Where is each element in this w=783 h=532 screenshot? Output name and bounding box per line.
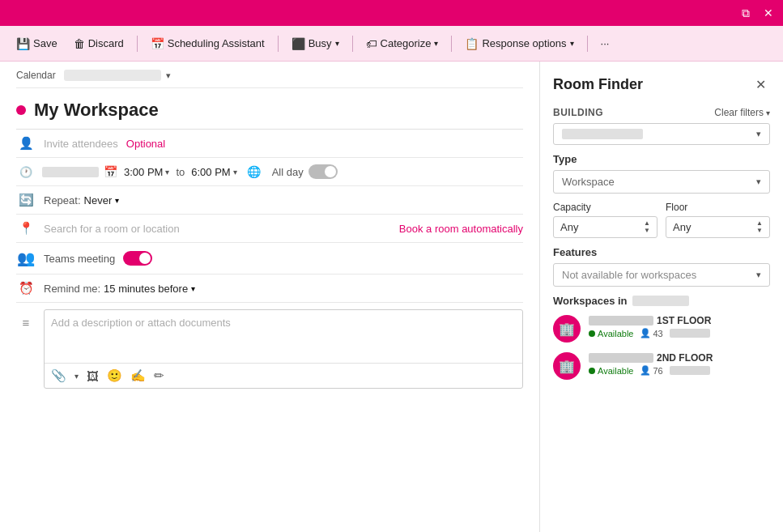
remind-select[interactable]: Remind me: 15 minutes before ▾	[44, 283, 195, 295]
workspace-item[interactable]: 🏢 1ST FLOOR Available 👤 43	[553, 315, 770, 343]
save-label: Save	[33, 37, 57, 49]
capacity-info-2: 👤 76	[640, 365, 662, 376]
capacity-person-icon-2: 👤	[640, 365, 651, 376]
close-button[interactable]: ✕	[760, 5, 777, 21]
type-dropdown-icon: ▾	[756, 177, 761, 187]
building-dropdown[interactable]: ▾	[553, 123, 770, 145]
calendar-picker-icon[interactable]: 📅	[104, 165, 117, 178]
repeat-chevron-icon: ▾	[115, 196, 119, 205]
capacity-spinner[interactable]: Any ▲ ▼	[553, 216, 657, 238]
toolbar: 💾 Save 🗑 Discard 📅 Scheduling Assistant …	[0, 26, 783, 62]
allday-toggle[interactable]	[309, 164, 338, 179]
image-icon[interactable]: 🖼	[87, 369, 99, 383]
features-value: Not available for workspaces	[562, 269, 696, 281]
floor-label: Floor	[666, 202, 770, 213]
description-toolbar: 📎 ▾ 🖼 🙂 ✍ ✏	[45, 363, 522, 388]
type-value: Workspace	[562, 176, 615, 188]
features-dropdown[interactable]: Not available for workspaces ▾	[553, 263, 770, 287]
location-icon: 📍	[16, 221, 36, 236]
clear-filters-button[interactable]: Clear filters	[714, 107, 764, 118]
room-input[interactable]: Search for a room or location	[44, 223, 391, 235]
repeat-select[interactable]: Repeat: Never ▾	[44, 194, 119, 206]
workspace-info-2: 2ND FLOOR Available 👤 76	[589, 352, 770, 376]
description-row: ≡ Add a description or attach documents …	[16, 303, 523, 395]
location-blurred-1	[670, 329, 710, 338]
calendar-label: Calendar	[16, 70, 56, 81]
busy-button[interactable]: ⬛ Busy ▾	[285, 34, 346, 53]
type-dropdown[interactable]: Workspace ▾	[553, 170, 770, 194]
floor-spinner[interactable]: Any ▲ ▼	[666, 216, 770, 238]
teams-toggle[interactable]	[123, 251, 152, 266]
allday-label: All day	[272, 166, 304, 178]
capacity-value: Any	[560, 221, 578, 233]
event-title[interactable]: My Workspace	[34, 100, 523, 121]
capacity-num-1: 43	[653, 329, 662, 338]
remind-row: ⏰ Remind me: 15 minutes before ▾	[16, 275, 523, 303]
workspace-avatar-1: 🏢	[553, 315, 581, 343]
save-button[interactable]: 💾 Save	[10, 34, 64, 53]
end-time-value: 6:00 PM	[191, 166, 230, 178]
floor-down-icon[interactable]: ▼	[756, 228, 763, 234]
description-input[interactable]: Add a description or attach documents	[45, 310, 522, 363]
capacity-up-icon[interactable]: ▲	[644, 220, 650, 227]
scheduling-assistant-button[interactable]: 📅 Scheduling Assistant	[144, 34, 271, 53]
remind-value: 15 minutes before	[104, 283, 188, 295]
description-box: Add a description or attach documents 📎 …	[44, 309, 523, 389]
type-label: Type	[553, 153, 770, 165]
features-dropdown-icon: ▾	[756, 270, 761, 280]
capacity-arrows: ▲ ▼	[644, 220, 650, 234]
more-label: ···	[601, 37, 610, 49]
workspace-item-2[interactable]: 🏢 2ND FLOOR Available 👤 76	[553, 352, 770, 380]
categorize-button[interactable]: 🏷 Categorize ▾	[360, 34, 445, 53]
end-time-select[interactable]: 6:00 PM ▾	[191, 166, 236, 178]
capacity-col: Capacity Any ▲ ▼	[553, 202, 657, 238]
start-time-select[interactable]: 3:00 PM ▾	[124, 166, 169, 178]
floor-arrows: ▲ ▼	[756, 220, 763, 234]
workspace-info-1: 1ST FLOOR Available 👤 43	[589, 315, 770, 338]
available-text-2: Available	[598, 366, 633, 376]
response-options-button[interactable]: 📋 Response options ▾	[458, 34, 580, 53]
discard-label: Discard	[88, 37, 124, 49]
workspaces-in-label: Workspaces in	[553, 295, 628, 307]
restore-button[interactable]: ⧉	[738, 5, 754, 21]
workspace-name-row-2: 2ND FLOOR	[589, 352, 770, 364]
workspace-avatar-icon-1: 🏢	[559, 321, 575, 337]
floor-value: Any	[673, 221, 691, 233]
discard-button[interactable]: 🗑 Discard	[67, 34, 130, 53]
description-icon: ≡	[16, 316, 36, 330]
room-finder-title: Room Finder	[553, 76, 643, 93]
workspace-meta-1: Available 👤 43	[589, 328, 770, 338]
available-dot-1	[589, 330, 595, 337]
clear-filters-chevron-icon: ▾	[766, 109, 770, 117]
signature-icon[interactable]: ✍	[130, 368, 146, 383]
categorize-label: Categorize	[381, 37, 432, 49]
draw-icon[interactable]: ✏	[154, 368, 164, 383]
available-text-1: Available	[598, 329, 633, 338]
workspace-name-blurred-2	[589, 353, 653, 363]
capacity-floor-row: Capacity Any ▲ ▼ Floor Any ▲ ▼	[553, 202, 770, 238]
separator-4	[451, 36, 452, 52]
workspaces-location-blurred	[632, 296, 689, 306]
book-room-action[interactable]: Book a room automatically	[399, 223, 523, 235]
panel-header: Room Finder ✕	[553, 74, 770, 94]
repeat-icon: 🔄	[16, 193, 36, 207]
calendar-row: Calendar ▾	[16, 62, 523, 88]
busy-icon: ⬛	[291, 37, 305, 50]
more-button[interactable]: ···	[594, 34, 616, 53]
discard-icon: 🗑	[74, 37, 85, 50]
room-finder-close-button[interactable]: ✕	[751, 74, 770, 94]
allday-toggle-knob	[325, 166, 336, 177]
room-row: 📍 Search for a room or location Book a r…	[16, 215, 523, 243]
calendar-dropdown-icon[interactable]: ▾	[166, 70, 171, 81]
floor-up-icon[interactable]: ▲	[756, 220, 763, 227]
building-label: Building	[553, 107, 603, 118]
capacity-down-icon[interactable]: ▼	[644, 228, 650, 234]
allday-row: All day	[272, 164, 338, 179]
emoji-icon[interactable]: 🙂	[107, 368, 122, 383]
attach-icon[interactable]: 📎	[51, 368, 66, 383]
save-icon: 💾	[16, 37, 30, 50]
workspaces-header: Workspaces in	[553, 295, 770, 307]
reminder-icon: ⏰	[16, 281, 36, 296]
attach-chevron-icon[interactable]: ▾	[74, 372, 79, 381]
attendees-input[interactable]: Invite attendees	[44, 138, 118, 150]
